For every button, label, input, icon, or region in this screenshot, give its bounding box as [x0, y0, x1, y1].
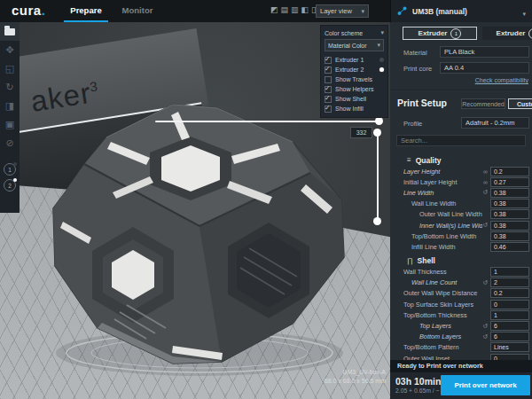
setting-value-field[interactable]: 0.38: [490, 188, 529, 198]
checkbox-checked-icon[interactable]: [325, 106, 332, 113]
quality-icon: ≡: [407, 156, 411, 164]
setting-value-field[interactable]: 0.38: [490, 209, 529, 219]
per-model-settings-tool[interactable]: ▣: [0, 115, 20, 134]
settings-section-quality[interactable]: ≡Quality: [390, 154, 532, 166]
layer-slider-bottom-handle[interactable]: [373, 217, 381, 225]
setting-row[interactable]: Top/Bottom Line Width0.38: [390, 231, 532, 241]
setting-value-field[interactable]: 2: [490, 278, 529, 287]
setting-value-field[interactable]: 0.2: [490, 288, 529, 298]
open-folder-icon: [4, 28, 15, 35]
open-file-button[interactable]: [0, 22, 20, 41]
setting-row[interactable]: Bottom Layers↺6: [390, 332, 532, 342]
linked-value-icon[interactable]: ∞: [483, 168, 488, 175]
revert-value-icon[interactable]: ↺: [482, 333, 488, 340]
revert-value-icon[interactable]: ↺: [482, 189, 488, 196]
setting-row[interactable]: Top Layers↺6: [390, 320, 532, 331]
setting-value-field[interactable]: 0.46: [490, 242, 529, 252]
setting-value-field[interactable]: 0: [490, 354, 529, 360]
print-over-network-button[interactable]: Print over network: [441, 375, 530, 395]
3d-viewport[interactable]: aker3: [0, 22, 390, 399]
layer-view-option[interactable]: Show Infill: [325, 104, 384, 113]
scale-tool[interactable]: ◱: [0, 59, 20, 78]
layer-view-option[interactable]: Extruder 2: [325, 65, 384, 74]
revert-value-icon[interactable]: ↺: [482, 279, 488, 286]
setting-value-field[interactable]: 0.27: [490, 177, 529, 187]
extruder-1-tab[interactable]: Extruder 1: [403, 27, 477, 40]
section-title: Shell: [418, 256, 435, 265]
chevron-down-icon: [522, 4, 526, 20]
setting-row[interactable]: Wall Line Count↺2: [390, 278, 532, 288]
setting-value-field[interactable]: 0.38: [490, 221, 529, 231]
settings-search-input[interactable]: [396, 135, 526, 146]
setting-row[interactable]: Inner Wall(s) Line Width↺0.38: [390, 220, 532, 231]
setting-value-field[interactable]: 0.38: [490, 199, 529, 208]
print-core-dropdown[interactable]: AA 0.4: [440, 62, 529, 74]
settings-section-shell[interactable]: ∏Shell: [390, 255, 532, 267]
setting-row[interactable]: Outer Wall Inset0: [390, 353, 532, 360]
extruder-2-tab[interactable]: Extruder 2: [482, 27, 532, 40]
cura-logo: cura.: [12, 3, 45, 18]
layer-view-option[interactable]: Show Shell: [325, 94, 384, 104]
setting-row[interactable]: Layer Height∞0.2: [390, 166, 532, 176]
view-left-icon[interactable]: ◧: [301, 4, 309, 16]
setting-value-field[interactable]: 1: [490, 310, 529, 320]
checkbox-checked-icon[interactable]: [325, 66, 332, 74]
3d-model[interactable]: [40, 89, 359, 381]
extruder-select-2[interactable]: 2: [4, 179, 16, 192]
view-preset-icons: ◩▤▥◧◨: [270, 4, 319, 16]
revert-value-icon[interactable]: ↺: [482, 222, 488, 229]
rotate-tool[interactable]: ↻: [0, 78, 20, 97]
left-toolbar-extruders: 12: [4, 161, 16, 193]
color-scheme-header[interactable]: Color scheme: [325, 28, 384, 37]
setting-row[interactable]: Outer Wall Wipe Distance0.2: [390, 288, 532, 299]
linked-value-icon[interactable]: ∞: [483, 179, 488, 185]
setting-row[interactable]: Outer Wall Line Width0.38: [390, 209, 532, 220]
view-3d-icon[interactable]: ◩: [270, 4, 278, 16]
color-scheme-dropdown[interactable]: Material Color: [325, 39, 384, 51]
setting-row[interactable]: Wall Thickness1: [390, 267, 532, 278]
layer-view-option[interactable]: Show Helpers: [325, 84, 384, 94]
revert-value-icon[interactable]: ↺: [482, 323, 488, 330]
view-mode-dropdown[interactable]: Layer view: [316, 4, 369, 18]
recommended-mode-button[interactable]: Recommended: [461, 98, 505, 109]
tab-monitor[interactable]: Monitor: [115, 0, 160, 20]
layer-slider-horizontal-handle[interactable]: [375, 117, 383, 125]
setting-row[interactable]: Top/Bottom Thickness1: [390, 309, 532, 320]
view-front-icon[interactable]: ▤: [281, 4, 289, 16]
checkbox-checked-icon[interactable]: [325, 96, 332, 103]
setting-row[interactable]: Infill Line Width0.46: [390, 241, 532, 252]
custom-mode-button[interactable]: Custom: [508, 98, 532, 109]
tab-prepare[interactable]: Prepare: [64, 0, 108, 22]
setting-row[interactable]: Line Width↺0.38: [390, 187, 532, 198]
checkbox-checked-icon[interactable]: [325, 57, 332, 64]
setting-value-field[interactable]: 6: [490, 332, 529, 341]
setting-row[interactable]: Top Surface Skin Layers0: [390, 299, 532, 309]
setting-value-field[interactable]: 1: [490, 267, 529, 277]
check-compatibility-link[interactable]: Check compatibility: [475, 77, 528, 83]
layer-slider-track[interactable]: [377, 132, 379, 222]
setting-row[interactable]: Top/Bottom PatternLines: [390, 342, 532, 353]
material-swatch-dot: [379, 67, 384, 72]
setting-row[interactable]: Wall Line Width0.38: [390, 199, 532, 209]
checkbox-unchecked-icon[interactable]: [325, 76, 332, 83]
setting-value-field[interactable]: 0.38: [490, 231, 529, 241]
view-top-icon[interactable]: ▥: [291, 4, 299, 16]
setting-label: Top Surface Skin Layers: [403, 301, 490, 309]
mirror-tool[interactable]: ◨: [0, 97, 20, 115]
extruder-select-1[interactable]: 1: [4, 163, 16, 176]
setting-value-field[interactable]: 0: [490, 300, 529, 309]
layer-view-option[interactable]: Show Travels: [325, 74, 384, 84]
material-dropdown[interactable]: PLA Black: [440, 46, 529, 58]
printer-selector[interactable]: UM3B (manual): [390, 0, 532, 22]
setting-value-field[interactable]: 0.2: [490, 167, 529, 176]
profile-dropdown[interactable]: Adafruit - 0.2mm: [461, 117, 529, 129]
setting-label: Top/Bottom Pattern: [403, 343, 490, 351]
setting-dropdown[interactable]: Lines: [490, 342, 529, 352]
layer-slider-top-handle[interactable]: [373, 129, 381, 137]
move-tool[interactable]: ✥: [0, 41, 20, 59]
layer-view-option[interactable]: Extruder 1: [325, 55, 384, 65]
checkbox-checked-icon[interactable]: [325, 86, 332, 93]
support-blocker-tool[interactable]: ⊘: [0, 134, 20, 153]
setting-value-field[interactable]: 6: [490, 321, 529, 331]
setting-row[interactable]: Initial Layer Height∞0.27: [390, 176, 532, 187]
